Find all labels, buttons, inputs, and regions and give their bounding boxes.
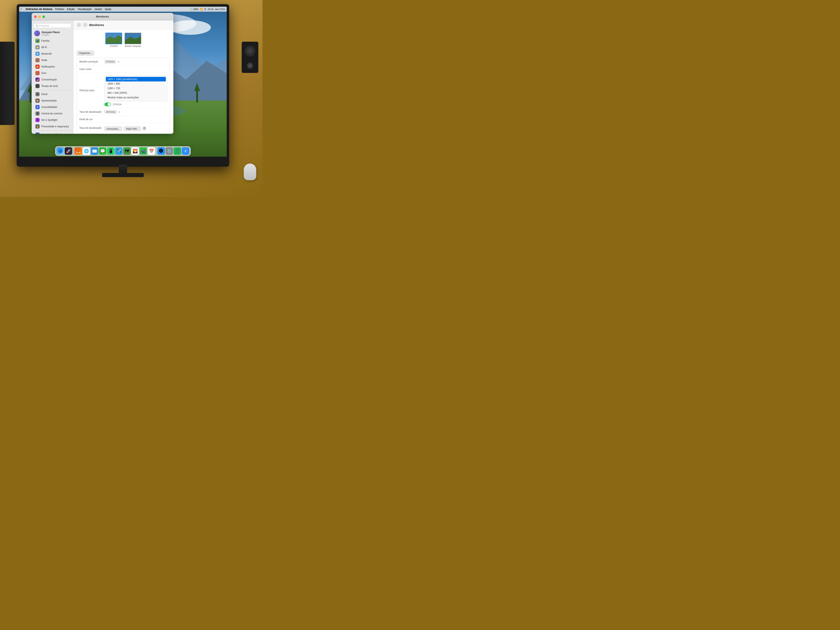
menu-janela[interactable]: Janela (95, 8, 102, 11)
dock-telegram[interactable]: ✈️ (115, 147, 123, 155)
battery-indicator: 🔋 100% (190, 8, 198, 10)
sidebar-item-familia[interactable]: 👨‍👩‍👧 Família (33, 38, 72, 44)
apple-menu-icon[interactable]:  (21, 8, 22, 11)
dock-launchpad[interactable]: 🚀 (65, 147, 72, 155)
resolution-option-3[interactable]: 960 × 540 (HDPI) (106, 91, 166, 95)
secret-label: Secretária e Dock (41, 133, 61, 134)
minimize-button[interactable] (38, 16, 41, 18)
resolution-option-0[interactable]: 1920 × 1080 (predefinição) (106, 77, 166, 82)
central-label: Central de controlo (41, 112, 62, 115)
resolution-option-4[interactable]: Mostrar todas as resoluções (106, 95, 166, 100)
monitor-principal-chevron: ◎ (118, 61, 119, 63)
dock-sysprefs[interactable]: ⚙️ (166, 147, 173, 155)
window-titlebar: Monitores (32, 13, 173, 21)
user-profile-item[interactable]: Gonçalo Fileno O Apple (32, 29, 73, 38)
user-info: Gonçalo Fileno O Apple (42, 31, 60, 36)
sidebar-item-concentracao[interactable]: 🌙 Concentração (33, 76, 72, 83)
concentracao-icon: 🌙 (35, 77, 39, 82)
dock-whatsapp[interactable]: 📱 (107, 147, 115, 155)
geral-icon: ⚙ (35, 92, 39, 96)
geral-label: Geral (41, 93, 47, 96)
dock-calendar[interactable]: 📅 (148, 147, 155, 155)
monitor-thumb-integrado[interactable]: Monitor integrado (125, 33, 141, 47)
app-name[interactable]: Definições do Sistema (25, 8, 52, 11)
search-box[interactable]: 🔍 Pesquisar (34, 23, 71, 28)
taxa-dropdown[interactable]: 144 hertz ◎ (104, 110, 120, 114)
monitor-principal-dropdown[interactable]: 27G2G4 ◎ (104, 60, 119, 63)
acess-label: Acessibilidade (41, 106, 57, 109)
rede-label: Rede (41, 59, 47, 62)
sidebar-item-wifi[interactable]: 📶 Wi-Fi (33, 44, 72, 51)
central-icon: 🎛 (35, 112, 39, 115)
dock-appstore[interactable]: 🅐 (158, 147, 165, 155)
menu-ficheiro[interactable]: Ficheiro (55, 8, 64, 11)
taxa-row: Taxa de atualização 144 hertz ◎ (77, 108, 170, 115)
sidebar-item-rede[interactable]: 🌐 Rede (33, 57, 72, 63)
search-icon: 🔍 (36, 25, 38, 27)
sidebar-item-notificacoes[interactable]: 🔔 Notificações (33, 63, 72, 70)
taxa-label: Taxa de atualização (79, 111, 104, 113)
dock-chrome[interactable]: 🌐 (83, 147, 90, 155)
window-body: 🔍 Pesquisar Gonçalo Fileno O Apple 👨‍👩 (32, 21, 173, 134)
dock-firefox[interactable]: 🦊 (74, 147, 82, 155)
dock-facetime[interactable]: 📹 (140, 147, 147, 155)
night-shift-button[interactable]: Night Shift... (124, 126, 141, 131)
menu-visualizacao[interactable]: Visualização (78, 8, 92, 11)
familia-label: Família (41, 39, 49, 42)
monitor-thumb-img-integrado[interactable] (125, 33, 141, 44)
resolution-option-1[interactable]: 1600 × 900 (106, 82, 166, 86)
resolution-option-2[interactable]: 1280 × 720 (106, 86, 166, 91)
close-button[interactable] (34, 16, 37, 18)
taxa-chevron: ◎ (118, 111, 120, 113)
resolution-list: 1920 × 1080 (predefinição) 1600 × 900 12… (104, 76, 167, 101)
otimizar-label: Otimizar para (79, 89, 104, 92)
monitor-integrado-label: Monitor integrado (125, 45, 141, 47)
toggle-switch[interactable] (104, 103, 111, 106)
clock: 14:13 (208, 8, 213, 10)
dock-zoom[interactable]: Z (182, 147, 189, 155)
dock-messages[interactable]: 💬 (99, 147, 106, 155)
monitor-principal-value: 27G2G4 (104, 60, 116, 63)
dock-finder[interactable]: 🔵 (57, 147, 64, 155)
wifi-icon[interactable]: 📶 (200, 8, 203, 11)
notif-label: Notificações (41, 65, 55, 68)
nav-back-button[interactable]: ‹ (77, 22, 81, 27)
nav-forward-button[interactable]: › (83, 22, 87, 27)
taxa-value: 144 hertz (104, 110, 117, 114)
avancadas-button[interactable]: Avançadas... (104, 126, 122, 131)
menu-ajuda[interactable]: Ajuda (105, 8, 111, 11)
monitor-frame:  Definições do Sistema Ficheiro Edição … (17, 4, 229, 167)
acess-icon: ♿ (35, 105, 39, 109)
monitor-principal-label: Monitor principal (79, 60, 104, 63)
dock-spotify[interactable]: 🎵 (174, 147, 181, 155)
monitor-thumb-img-27g2g4[interactable] (106, 33, 122, 44)
help-icon[interactable]: ? (142, 126, 146, 130)
sidebar: 🔍 Pesquisar Gonçalo Fileno O Apple 👨‍👩 (32, 21, 73, 134)
monitor-stand-base (102, 173, 144, 177)
maximize-button[interactable] (43, 16, 45, 18)
dock-separator-1 (73, 149, 74, 155)
taxa-label-2: Taxa de atualização (79, 126, 104, 129)
sidebar-item-bluetooth[interactable]: B Bluetooth (33, 51, 72, 57)
monitor-screen:  Definições do Sistema Ficheiro Edição … (19, 7, 227, 157)
monitor-thumb-27g2g4[interactable]: 27G2G4 (106, 33, 122, 47)
sidebar-item-secretaria[interactable]: 🖥 Secretária e Dock (33, 131, 72, 134)
dock-maps[interactable]: 🗺 (123, 147, 131, 155)
dock-mail[interactable]: ✉️ (91, 147, 98, 155)
user-name: Gonçalo Fileno (42, 31, 60, 34)
sidebar-item-som[interactable]: 🔊 Som (33, 70, 72, 76)
sidebar-item-apresentacao[interactable]: 🎨 Apresentação (33, 98, 72, 104)
sidebar-item-privacidade[interactable]: 🔒 Privacidade e segurança (33, 123, 72, 129)
organize-button[interactable]: Organizar... (77, 51, 94, 55)
monitors-panel: 27G2G4 Monitor integrado (73, 29, 173, 134)
sidebar-item-central[interactable]: 🎛 Central de controlo (33, 111, 72, 117)
sidebar-item-siri[interactable]: 🎙 Siri e Spotlight (33, 117, 72, 123)
sidebar-item-acessibilidade[interactable]: ♿ Acessibilidade (33, 104, 72, 110)
bottom-buttons: Avançadas... Night Shift... ? (104, 126, 146, 131)
menu-edicao[interactable]: Edição (67, 8, 75, 11)
sidebar-item-geral[interactable]: ⚙ Geral (33, 91, 72, 97)
bt-icon[interactable]: B (205, 8, 206, 10)
dock-photos[interactable]: 🌄 (131, 147, 139, 155)
sidebar-item-tempo[interactable]: ⏱ Tempo de ecrã (33, 83, 72, 89)
monitor-thumbnails: 27G2G4 Monitor integrado (77, 33, 170, 47)
